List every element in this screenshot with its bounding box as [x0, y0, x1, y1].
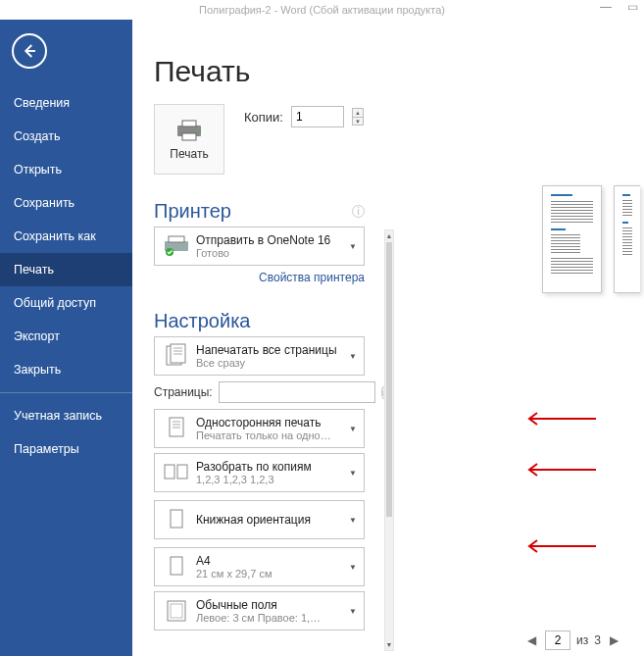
print-button[interactable]: Печать [154, 104, 224, 175]
portrait-icon [161, 505, 192, 534]
settings-scrollbar[interactable]: ▲ ▼ [384, 229, 394, 651]
margins-combo[interactable]: Обычные поля Левое: 3 см Правое: 1,… ▼ [154, 591, 365, 631]
collate-icon [161, 458, 192, 487]
print-range-combo[interactable]: Напечатать все страницы Все сразу ▼ [154, 336, 365, 376]
sidebar-item-saveas[interactable]: Сохранить как [0, 220, 132, 253]
backstage-sidebar: Сведения Создать Открыть Сохранить Сохра… [0, 20, 132, 656]
annotation-arrow [520, 412, 598, 426]
preview-page-2[interactable] [614, 185, 640, 293]
window-controls: — ▭ [600, 0, 638, 14]
preview-pager: ◀ из 3 ▶ [524, 631, 638, 650]
printer-icon [174, 119, 204, 142]
printer-combo[interactable]: Отправить в OneNote 16 Готово ▼ [154, 227, 365, 266]
svg-point-7 [166, 248, 173, 256]
svg-rect-6 [169, 236, 184, 242]
printer-name: Отправить в OneNote 16 [196, 233, 346, 247]
sidebar-item-close[interactable]: Закрыть [0, 353, 132, 386]
orientation-combo[interactable]: Книжная ориентация ▼ [154, 500, 365, 539]
pager-of-label: из [576, 633, 588, 647]
main-panel: Печать Печать Копии: ▲ ▼ [132, 20, 644, 656]
pages-all-icon [161, 341, 192, 371]
sidebar-item-save[interactable]: Сохранить [0, 186, 132, 220]
chevron-down-icon: ▼ [346, 563, 360, 572]
printer-status: Готово [196, 247, 346, 259]
maximize-button[interactable]: ▭ [627, 0, 638, 14]
scroll-up-icon[interactable]: ▲ [385, 230, 393, 240]
title-bar: Полиграфия-2 - Word (Сбой активации прод… [0, 0, 644, 20]
svg-rect-3 [182, 133, 196, 140]
sidebar-item-info[interactable]: Сведения [0, 86, 132, 120]
printer-properties-link[interactable]: Свойства принтера [154, 271, 365, 284]
one-sided-icon [161, 414, 192, 443]
copies-input[interactable] [291, 106, 344, 127]
print-button-label: Печать [170, 147, 208, 161]
chevron-down-icon: ▼ [346, 516, 360, 525]
spinner-down-icon[interactable]: ▼ [352, 117, 364, 126]
collate-combo[interactable]: Разобрать по копиям 1,2,3 1,2,3 1,2,3 ▼ [154, 453, 365, 492]
chevron-down-icon: ▼ [346, 607, 360, 616]
pager-next-button[interactable]: ▶ [607, 633, 621, 647]
chevron-down-icon: ▼ [346, 242, 360, 251]
svg-point-4 [196, 126, 199, 129]
svg-rect-20 [171, 557, 182, 575]
svg-rect-2 [182, 121, 196, 126]
pages-label: Страницы: [154, 385, 213, 399]
window-title: Полиграфия-2 - Word (Сбой активации прод… [199, 4, 445, 16]
pager-prev-button[interactable]: ◀ [524, 633, 539, 647]
annotation-arrow [520, 539, 598, 553]
annotation-arrow [520, 463, 598, 477]
margins-icon [161, 596, 192, 626]
arrow-left-icon [21, 42, 38, 60]
chevron-down-icon: ▼ [346, 425, 360, 433]
scroll-down-icon[interactable]: ▼ [385, 639, 393, 649]
sidebar-item-share[interactable]: Общий доступ [0, 286, 132, 320]
copies-label: Копии: [244, 110, 283, 125]
back-button[interactable] [12, 33, 47, 69]
sidebar-item-open[interactable]: Открыть [0, 153, 132, 186]
sidebar-separator [0, 392, 132, 393]
scroll-thumb[interactable] [386, 242, 392, 517]
printer-heading: Принтер i [154, 200, 365, 223]
svg-rect-18 [177, 465, 187, 479]
pager-current-input[interactable] [545, 631, 570, 650]
svg-rect-17 [165, 465, 174, 479]
sidebar-item-account[interactable]: Учетная запись [0, 399, 132, 432]
preview-page-1[interactable] [542, 185, 602, 293]
sidebar-item-new[interactable]: Создать [0, 120, 132, 153]
spinner-up-icon[interactable]: ▲ [352, 108, 364, 117]
one-sided-combo[interactable]: Односторонняя печать Печатать только на … [154, 409, 365, 448]
chevron-down-icon: ▼ [346, 352, 360, 361]
printer-ready-icon [161, 231, 192, 261]
chevron-down-icon: ▼ [346, 469, 360, 478]
page-title: Печать [154, 55, 644, 88]
svg-rect-19 [171, 510, 182, 528]
pages-input[interactable] [219, 381, 375, 403]
settings-heading: Настройка [154, 310, 365, 332]
sidebar-item-print[interactable]: Печать [0, 253, 132, 286]
info-icon[interactable]: i [352, 205, 365, 218]
paper-icon [161, 552, 192, 581]
sidebar-item-options[interactable]: Параметры [0, 432, 132, 466]
pager-total: 3 [594, 633, 601, 647]
paper-size-combo[interactable]: A4 21 см x 29,7 см ▼ [154, 547, 365, 586]
sidebar-item-export[interactable]: Экспорт [0, 320, 132, 353]
minimize-button[interactable]: — [600, 0, 612, 14]
copies-spinner[interactable]: ▲ ▼ [352, 108, 364, 126]
